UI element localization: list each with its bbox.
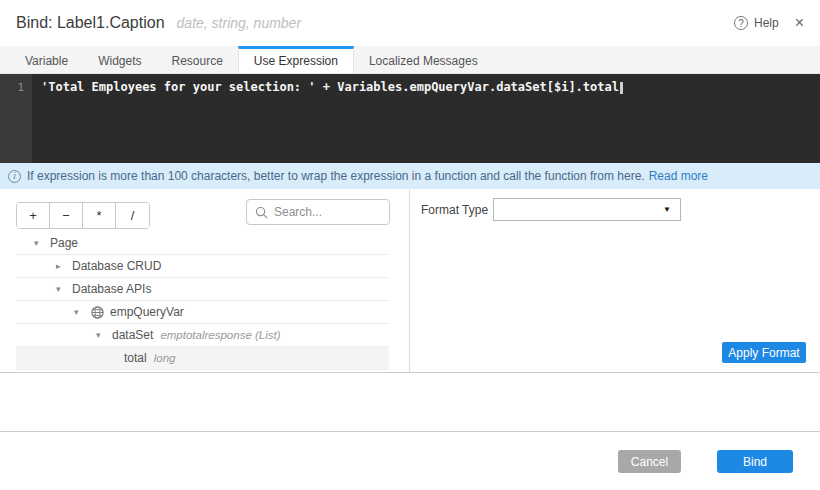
search-input[interactable]: [274, 205, 381, 219]
editor-gutter: 1: [0, 74, 32, 163]
tab-localized-messages[interactable]: Localized Messages: [354, 46, 493, 73]
minus-operator-button[interactable]: −: [50, 203, 83, 228]
close-icon[interactable]: ×: [795, 15, 804, 31]
variable-tree: ▾ Page ▸ Database CRUD ▾ Database APIs ▾: [0, 232, 409, 370]
plus-operator-button[interactable]: +: [17, 203, 50, 228]
dialog-title: Bind: Label1.Caption: [16, 14, 165, 32]
tree-item-empqueryvar[interactable]: ▾ empQueryVar: [16, 301, 389, 324]
line-number: 1: [17, 81, 24, 94]
tab-bar: Variable Widgets Resource Use Expression…: [0, 46, 820, 74]
apply-format-button[interactable]: Apply Format: [722, 342, 806, 363]
bind-button[interactable]: Bind: [717, 450, 793, 473]
dropdown-arrow-icon: ▼: [663, 205, 671, 214]
tree-item-total[interactable]: total long: [16, 347, 389, 370]
format-type-label: Format Type: [421, 203, 488, 217]
tab-resource[interactable]: Resource: [157, 46, 238, 73]
chevron-right-icon[interactable]: ▸: [56, 261, 72, 271]
tree-item-database-apis[interactable]: ▾ Database APIs: [16, 278, 389, 301]
content-area: + − * / ▾ Page ▸ Database CRUD: [0, 189, 820, 373]
tab-widgets[interactable]: Widgets: [83, 46, 156, 73]
title-bar: Bind: Label1.Caption date, string, numbe…: [0, 0, 820, 46]
tree-item-label: empQueryVar: [110, 305, 184, 319]
info-message: If expression is more than 100 character…: [27, 169, 645, 183]
chevron-down-icon[interactable]: ▾: [34, 238, 50, 248]
text-cursor: [620, 82, 623, 94]
title-actions: ? Help ×: [734, 15, 804, 31]
dialog-footer: Cancel Bind: [0, 431, 820, 490]
operator-group: + − * /: [16, 202, 150, 229]
divide-operator-button[interactable]: /: [116, 203, 149, 228]
service-variable-icon: [90, 305, 105, 320]
tree-item-page[interactable]: ▾ Page: [16, 232, 389, 255]
allowed-types-hint: date, string, number: [177, 15, 302, 31]
tree-item-label: total: [124, 351, 147, 365]
help-button[interactable]: ? Help: [734, 16, 779, 30]
chevron-down-icon[interactable]: ▾: [96, 330, 112, 340]
tree-item-label: dataSet: [112, 328, 153, 342]
info-banner: i If expression is more than 100 charact…: [0, 163, 820, 189]
format-panel: Format Type ▼ Apply Format: [411, 189, 820, 372]
help-icon: ?: [734, 16, 748, 30]
tree-item-label: Database APIs: [72, 282, 151, 296]
chevron-down-icon[interactable]: ▾: [56, 284, 72, 294]
code-text: 'Total Employees for your selection: ' +…: [41, 80, 619, 94]
multiply-operator-button[interactable]: *: [83, 203, 116, 228]
cancel-button[interactable]: Cancel: [618, 450, 681, 473]
expression-editor[interactable]: 1 'Total Employees for your selection: '…: [0, 74, 820, 163]
help-label: Help: [754, 16, 779, 30]
search-box[interactable]: [246, 199, 390, 225]
expression-code[interactable]: 'Total Employees for your selection: ' +…: [32, 74, 820, 163]
tree-item-label: Page: [50, 236, 78, 250]
chevron-down-icon[interactable]: ▾: [74, 307, 90, 317]
tab-variable[interactable]: Variable: [10, 46, 83, 73]
tree-item-type: emptotalresponse (List): [160, 329, 280, 341]
info-icon: i: [8, 170, 21, 183]
tree-item-dataset[interactable]: ▾ dataSet emptotalresponse (List): [16, 324, 389, 347]
bind-dialog: Bind: Label1.Caption date, string, numbe…: [0, 0, 820, 490]
variables-panel: + − * / ▾ Page ▸ Database CRUD: [0, 189, 410, 372]
tree-item-label: Database CRUD: [72, 259, 161, 273]
search-icon: [255, 206, 268, 219]
tab-use-expression[interactable]: Use Expression: [238, 46, 354, 73]
tree-item-database-crud[interactable]: ▸ Database CRUD: [16, 255, 389, 278]
read-more-link[interactable]: Read more: [649, 169, 708, 183]
format-type-select[interactable]: ▼: [493, 198, 681, 221]
tree-item-type: long: [154, 352, 176, 364]
